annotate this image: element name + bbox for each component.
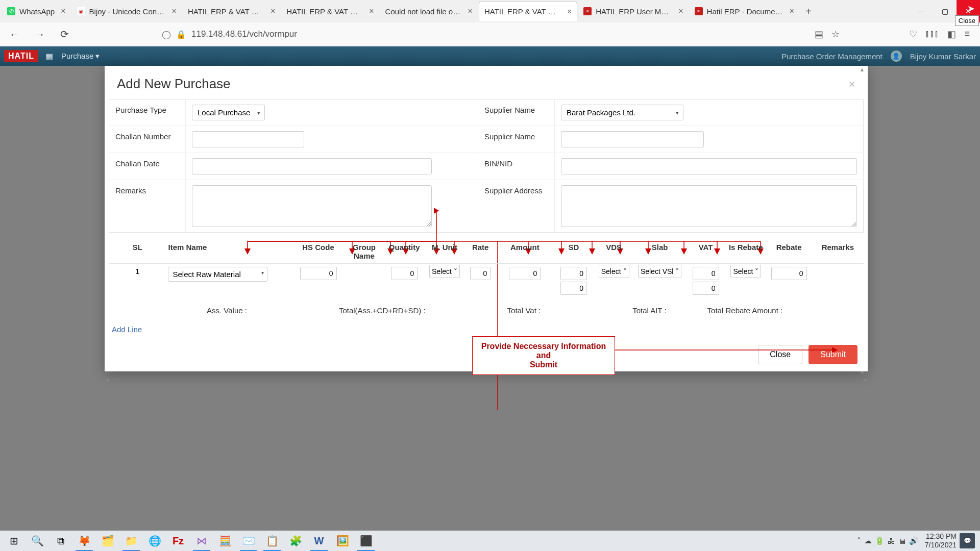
content-backdrop: Add New Purchase × Purchase Type Local P… (0, 66, 980, 531)
notification-icon[interactable]: 💬 (960, 533, 975, 548)
tab-hatil-2[interactable]: HATIL ERP & VAT Management Sy × (281, 1, 379, 21)
item-name-select[interactable]: Select Raw Material (168, 267, 267, 282)
word-icon[interactable]: W (307, 531, 331, 551)
challan-number-input[interactable] (192, 131, 304, 147)
lock-icon: 🔒 (176, 30, 186, 39)
rebate-input[interactable] (771, 267, 807, 280)
quantity-input[interactable] (391, 267, 418, 280)
avatar[interactable]: 👤 (891, 51, 902, 62)
col-vat: VAT (685, 240, 726, 264)
vertical-scrollbar[interactable]: ▴ ▾ (861, 66, 867, 376)
amount-input[interactable] (509, 267, 541, 280)
vat-input-bottom[interactable] (693, 282, 719, 295)
pocket-icon[interactable]: ♡ (909, 29, 917, 40)
volume-icon[interactable]: 🔊 (909, 536, 919, 545)
chevron-up-icon[interactable]: ˄ (857, 536, 861, 545)
tab-hatil-1[interactable]: HATIL ERP & VAT Management Sy × (183, 1, 280, 21)
tab-close-icon[interactable]: × (468, 7, 473, 16)
photos-icon[interactable]: 🖼️ (331, 531, 354, 551)
sidebar-icon[interactable]: ◧ (947, 29, 956, 40)
mail-icon[interactable]: ✉️ (237, 531, 260, 551)
submit-button[interactable]: Submit (808, 345, 857, 364)
chrome-icon[interactable]: 🌐 (143, 531, 166, 551)
close-button[interactable]: Close (758, 345, 802, 364)
col-item-name: Item Name (166, 240, 292, 264)
supplier-name2-input[interactable] (561, 131, 704, 147)
slab-select[interactable]: Select VSl ˅ (638, 265, 681, 278)
bookmark-icon[interactable]: ☆ (831, 29, 840, 40)
reload-button[interactable]: ⟳ (56, 26, 73, 42)
vds-select[interactable]: Select ˅ (599, 265, 629, 278)
remarks-label: Remarks (109, 180, 186, 232)
hs-code-input[interactable] (300, 267, 337, 280)
m-unit-select[interactable]: Select ˅ (429, 265, 460, 278)
vat-input-top[interactable] (693, 267, 719, 280)
tab-user-manual[interactable]: ≡ HATIL ERP User Menual × (578, 1, 688, 21)
apps-icon[interactable]: ▦ (45, 52, 53, 61)
app-icon-2[interactable]: 🧩 (284, 531, 307, 551)
window-close-button[interactable]: ✕ ➤ Close (957, 0, 980, 22)
back-button[interactable]: ← (5, 27, 23, 42)
minimize-button[interactable]: — (910, 0, 933, 22)
modal-header: Add New Purchase × (105, 66, 868, 99)
tab-error[interactable]: Could not load file or assembly 'S × (380, 1, 478, 21)
remarks-textarea[interactable] (192, 185, 432, 227)
maximize-button[interactable]: ▢ (933, 0, 957, 22)
url-bar[interactable]: ◯ 🔒 119.148.48.61/vch/vormpur (157, 27, 807, 41)
terminal-icon[interactable]: ⬛ (354, 531, 378, 551)
tab-close-icon[interactable]: × (61, 7, 65, 16)
network-icon[interactable]: 🖧 (888, 537, 895, 545)
tab-close-icon[interactable]: × (678, 7, 683, 16)
tab-close-icon[interactable]: × (172, 7, 177, 16)
tab-close-icon[interactable]: × (369, 7, 374, 16)
clock[interactable]: 12:30 PM 7/10/2021 (925, 532, 957, 549)
sl-cell: 1 (109, 264, 166, 298)
visualstudio-icon[interactable]: ⋈ (190, 531, 213, 551)
library-icon[interactable]: ⫿⫿⫿ (925, 29, 939, 40)
total-rebate-label: Total Rebate Amount : (707, 306, 783, 315)
grid-wrap: SL Item Name HS Code Group Name Quantity… (109, 240, 864, 298)
challan-date-input[interactable] (192, 158, 432, 174)
tab-title: WhatsApp (19, 7, 55, 16)
filezilla-icon[interactable]: Fz (166, 531, 190, 551)
form-left: Purchase Type Local Purchase Challan Num… (109, 99, 478, 232)
supplier-name-select[interactable]: Barat Packages Ltd. (561, 105, 683, 120)
explorer-icon[interactable]: 📁 (119, 531, 143, 551)
tab-close-icon[interactable]: × (271, 7, 275, 16)
forward-button[interactable]: → (31, 27, 49, 42)
firefox-icon[interactable]: 🦊 (72, 531, 96, 551)
battery-icon[interactable]: 🔋 (875, 536, 885, 545)
form-section: Purchase Type Local Purchase Challan Num… (109, 99, 864, 233)
reader-icon[interactable]: ▤ (815, 29, 823, 40)
search-icon[interactable]: 🔍 (26, 531, 49, 551)
new-tab-button[interactable]: + (800, 6, 817, 17)
is-rebate-select[interactable]: Select ˅ (730, 265, 761, 278)
start-button[interactable]: ⊞ (2, 531, 26, 551)
notes-icon[interactable]: 📋 (260, 531, 284, 551)
purchase-type-select[interactable]: Local Purchase (192, 105, 265, 120)
supplier-name-label: Supplier Name (478, 99, 555, 126)
col-vds: VDS (594, 240, 634, 264)
display-icon[interactable]: 🖥 (898, 537, 906, 545)
menu-icon[interactable]: ≡ (964, 29, 970, 40)
tab-bijoy[interactable]: ◉ Bijoy - Unicode Converter | fr × (72, 1, 182, 21)
sd-input-top[interactable] (560, 267, 587, 280)
hatil-icon: ≡ (695, 7, 703, 15)
rate-input[interactable] (470, 267, 491, 280)
bin-nid-input[interactable] (561, 158, 857, 174)
tab-documentation[interactable]: ≡ Hatil ERP - Documentation × (690, 1, 799, 21)
task-view-icon[interactable]: ⧉ (49, 531, 72, 551)
horizontal-scrollbar[interactable]: ◂▸ (105, 376, 868, 383)
purchase-menu[interactable]: Purchase ▾ (61, 52, 100, 61)
tab-hatil-active[interactable]: HATIL ERP & VAT Management Sy × (479, 1, 577, 21)
app-icon-1[interactable]: 🗂️ (96, 531, 119, 551)
add-line-link[interactable]: Add Line (105, 321, 868, 338)
onedrive-icon[interactable]: ☁ (864, 536, 872, 545)
calculator-icon[interactable]: 🧮 (213, 531, 237, 551)
tab-close-icon[interactable]: × (567, 7, 572, 16)
tab-whatsapp[interactable]: ✆ WhatsApp × (2, 1, 71, 21)
supplier-address-textarea[interactable] (561, 185, 857, 227)
modal-close-icon[interactable]: × (848, 77, 855, 91)
sd-input-bottom[interactable] (560, 282, 587, 295)
tab-close-icon[interactable]: × (790, 7, 794, 16)
